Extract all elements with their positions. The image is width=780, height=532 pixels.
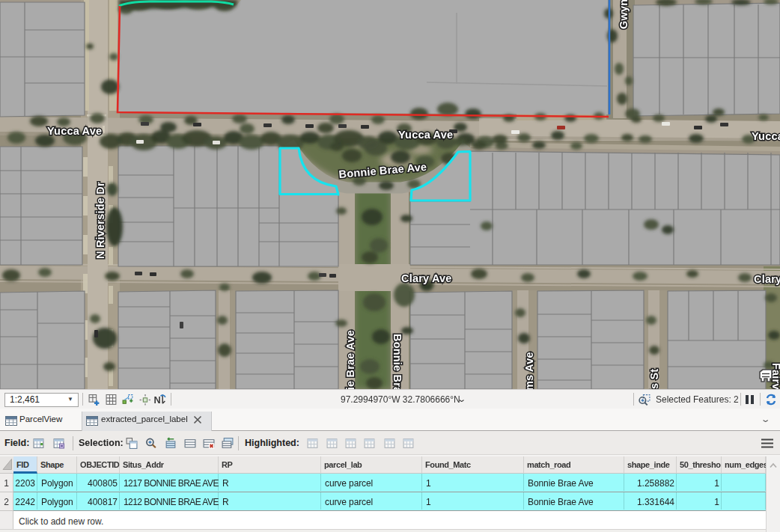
svg-text:Gwynne: Gwynne (618, 0, 630, 29)
svg-text:Yucca Av: Yucca Av (752, 130, 780, 142)
svg-text:Adams Ave: Adams Ave (523, 352, 535, 389)
svg-text:Bonnie Brae: Bonnie Brae (391, 334, 403, 389)
svg-text:Yucca Ave: Yucca Ave (47, 125, 102, 137)
svg-text:Yucca Ave: Yucca Ave (398, 129, 453, 141)
svg-text:Mills St: Mills St (648, 369, 660, 389)
svg-text:Clary Ave: Clary Ave (401, 272, 452, 284)
svg-text:Clary Av: Clary Av (754, 273, 780, 285)
svg-text:N: N (154, 394, 161, 406)
svg-text:N Riverside Dr: N Riverside Dr (94, 182, 106, 259)
svg-text:Bonnie Brae Ave: Bonnie Brae Ave (344, 330, 356, 389)
